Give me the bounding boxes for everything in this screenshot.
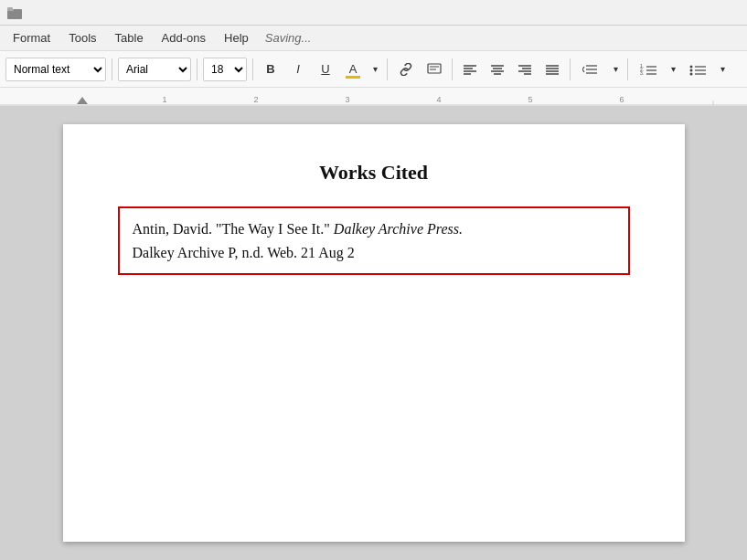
ruler: 1 2 3 4 5 6 — [0, 88, 747, 106]
align-center-button[interactable] — [486, 58, 509, 81]
svg-point-33 — [690, 72, 693, 75]
menu-help[interactable]: Help — [215, 27, 258, 48]
svg-text:3.: 3. — [640, 70, 644, 76]
citation-line-1: Antin, David. "The Way I See It." Dalkey… — [133, 217, 615, 241]
divider-3 — [252, 58, 253, 80]
svg-text:6: 6 — [619, 95, 624, 104]
bold-button[interactable]: B — [259, 58, 283, 81]
link-button[interactable] — [393, 58, 419, 81]
saving-status: Saving... — [265, 31, 312, 45]
page-area: Works Cited Antin, David. "The Way I See… — [0, 106, 747, 560]
menu-tools[interactable]: Tools — [59, 27, 105, 48]
svg-rect-3 — [428, 64, 441, 73]
svg-point-32 — [690, 69, 693, 71]
citation-text-normal: Antin, David. "The Way I See It." — [133, 221, 334, 237]
justify-button[interactable] — [540, 58, 564, 81]
svg-text:1: 1 — [162, 95, 166, 104]
title-bar — [0, 0, 747, 26]
svg-marker-38 — [77, 97, 88, 104]
italic-button[interactable]: I — [286, 58, 310, 81]
menu-bar: Format Tools Table Add-ons Help Saving..… — [0, 26, 747, 51]
menu-table[interactable]: Table — [106, 27, 153, 48]
font-color-button[interactable]: A — [341, 58, 365, 81]
text-style-select[interactable]: Normal text Title Heading 1 — [5, 58, 106, 81]
menu-addons[interactable]: Add-ons — [153, 27, 215, 48]
svg-text:3: 3 — [345, 95, 349, 104]
unordered-list-button[interactable] — [683, 58, 712, 81]
svg-rect-2 — [7, 7, 13, 10]
font-size-select[interactable]: 18 12 14 24 — [203, 58, 247, 81]
align-right-button[interactable] — [513, 58, 537, 81]
ordered-list-button[interactable]: 1. 2. 3. — [634, 58, 663, 81]
app-window: Format Tools Table Add-ons Help Saving..… — [0, 0, 747, 560]
font-color-dropdown[interactable]: ▾ — [368, 58, 381, 81]
divider-2 — [197, 58, 197, 80]
comment-button[interactable] — [422, 58, 446, 81]
font-color-bar — [346, 76, 360, 79]
divider-5 — [452, 58, 453, 80]
app-icon — [7, 5, 22, 20]
ordered-list-dropdown[interactable]: ▾ — [667, 58, 679, 81]
citation-line-2: Dalkey Archive P, n.d. Web. 21 Aug 2 — [133, 241, 615, 265]
divider-4 — [387, 58, 388, 80]
svg-text:4: 4 — [436, 95, 441, 104]
svg-text:2: 2 — [253, 95, 258, 104]
citation-block: Antin, David. "The Way I See It." Dalkey… — [118, 206, 630, 275]
unordered-list-dropdown[interactable]: ▾ — [716, 58, 729, 81]
document-page: Works Cited Antin, David. "The Way I See… — [63, 124, 685, 542]
document-title: Works Cited — [118, 161, 630, 185]
line-spacing-dropdown[interactable]: ▾ — [609, 58, 622, 81]
svg-point-31 — [690, 65, 693, 68]
divider-7 — [627, 58, 628, 80]
menu-format[interactable]: Format — [4, 27, 59, 48]
font-select[interactable]: Arial Times New Roman — [118, 58, 191, 81]
align-left-button[interactable] — [458, 58, 482, 81]
underline-button[interactable]: U — [314, 58, 337, 81]
toolbar: Normal text Title Heading 1 Arial Times … — [0, 51, 747, 88]
divider-1 — [112, 58, 112, 80]
citation-text-italic: Dalkey Archive Press. — [334, 221, 463, 237]
divider-6 — [570, 58, 571, 80]
arrow-annotation — [612, 220, 748, 439]
svg-text:5: 5 — [528, 95, 532, 104]
line-spacing-button[interactable] — [576, 58, 605, 81]
